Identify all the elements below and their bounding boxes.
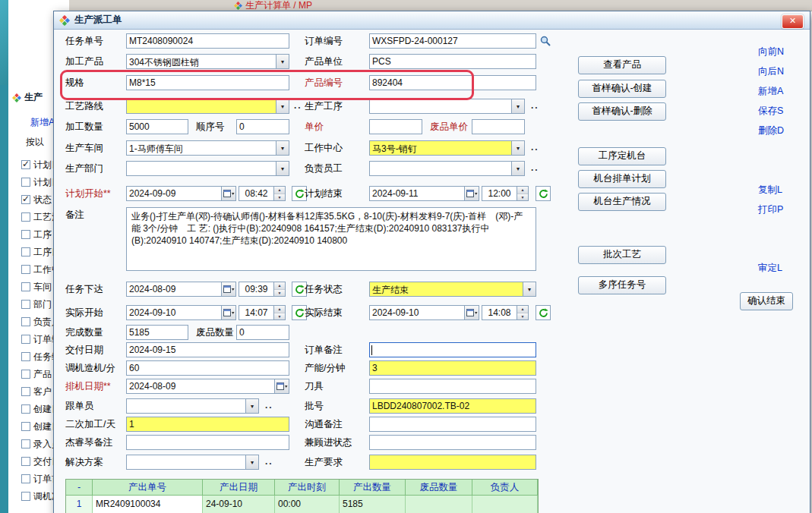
checkbox-checked[interactable] — [21, 160, 30, 169]
delivery-date-input[interactable]: 2024-09-15 — [126, 342, 289, 357]
done-qty-input[interactable]: 5185 — [126, 325, 188, 340]
unit-input[interactable]: PCS — [369, 54, 536, 69]
refresh-icon[interactable] — [536, 186, 551, 201]
setup-min-input[interactable]: 60 — [126, 360, 289, 376]
scrap-qty-input[interactable]: 0 — [236, 325, 289, 340]
staff-combo[interactable]: ▾ — [369, 161, 525, 176]
browse-dots-button[interactable]: .. — [294, 99, 302, 114]
confirm-end-button[interactable]: 确认结束 — [740, 292, 793, 310]
time-spinner[interactable]: ▲▼ — [273, 306, 285, 319]
solution-combo[interactable]: ▾ — [126, 455, 259, 470]
prod-req-input[interactable] — [369, 455, 536, 470]
follower-combo[interactable]: ▾ — [126, 398, 259, 414]
checkbox[interactable] — [21, 300, 30, 309]
sidebar-add-link[interactable]: 新增A — [30, 116, 55, 129]
sched-date-picker[interactable]: 2024-08-09 — [126, 379, 289, 394]
qty-input[interactable]: 5000 — [126, 119, 188, 134]
print-link[interactable]: 打印P — [758, 203, 783, 216]
actual-start-date[interactable]: 2024-09-10 — [126, 305, 236, 320]
time-spinner[interactable]: ▲▼ — [517, 187, 528, 200]
checkbox[interactable] — [21, 439, 30, 448]
checkbox[interactable] — [21, 178, 30, 187]
sample-delete-button[interactable]: 首样确认-删除 — [578, 102, 666, 121]
time-spinner[interactable]: ▲▼ — [273, 282, 285, 296]
nav-next-link[interactable]: 向后N — [758, 65, 784, 78]
background-tab[interactable]: 生产计算单 / MP — [234, 0, 312, 11]
checkbox[interactable] — [21, 335, 30, 344]
seq-input[interactable]: 0 — [236, 119, 289, 134]
plan-end-time[interactable]: 12:00▲▼ — [482, 186, 529, 201]
refresh-icon[interactable] — [536, 305, 551, 320]
approve-link[interactable]: 审定L — [758, 262, 782, 275]
save-link[interactable]: 保存S — [758, 105, 783, 118]
checkbox[interactable] — [21, 387, 30, 396]
browse-dots-button[interactable]: .. — [531, 161, 539, 176]
station-assign-button[interactable]: 工序定机台 — [578, 147, 666, 165]
browse-dots-button[interactable]: .. — [265, 455, 273, 470]
product-code-input[interactable]: 892404 — [369, 75, 536, 90]
filter-item[interactable]: 客户 — [21, 386, 52, 398]
dialog-titlebar[interactable]: 生产派工单 ✕ — [54, 11, 810, 30]
machine-plan-button[interactable]: 机台排单计划 — [578, 170, 666, 188]
price-input[interactable] — [369, 119, 422, 134]
batch-craft-button[interactable]: 批次工艺 — [578, 246, 666, 264]
product-combo[interactable]: 304不锈钢圆柱销▾ — [126, 54, 289, 69]
checkbox[interactable] — [21, 247, 30, 256]
checkbox[interactable] — [21, 422, 30, 431]
order-no-input[interactable]: WXSFPD-24-000127 — [369, 33, 536, 49]
actual-end-time[interactable]: 14:08▲▼ — [482, 305, 529, 320]
checkbox[interactable] — [21, 212, 30, 222]
close-button[interactable]: ✕ — [782, 14, 804, 29]
plan-start-time[interactable]: 08:42▲▼ — [239, 186, 286, 201]
second-proc-input[interactable]: 1 — [126, 417, 289, 432]
search-icon[interactable] — [539, 35, 551, 49]
checkbox[interactable] — [21, 492, 30, 501]
filter-item[interactable]: 车间 — [21, 281, 52, 293]
batch-input[interactable]: LBDD240807002.TB-02 — [369, 398, 536, 414]
time-spinner[interactable]: ▲▼ — [273, 187, 285, 200]
filter-item[interactable]: 部门 — [21, 298, 52, 310]
work-center-combo[interactable]: 马3号-销钉▾ — [369, 140, 525, 156]
capacity-input[interactable]: 3 — [369, 360, 536, 376]
time-spinner[interactable]: ▲▼ — [517, 306, 528, 319]
comm-remark-input[interactable] — [369, 417, 536, 432]
order-remark-input[interactable] — [369, 342, 536, 357]
process-combo[interactable]: ▾ — [369, 99, 525, 114]
checkbox[interactable] — [21, 474, 30, 483]
copy-link[interactable]: 复制L — [758, 184, 782, 197]
jrq-remark-input[interactable] — [126, 435, 289, 450]
route-combo[interactable]: ▾ — [126, 99, 289, 114]
checkbox[interactable] — [21, 317, 30, 326]
filter-item[interactable]: 工序 — [21, 228, 52, 241]
machine-status-button[interactable]: 机台生产情况 — [578, 193, 666, 211]
task-no-input[interactable]: MT2408090024 — [126, 33, 289, 49]
multi-task-button[interactable]: 多序任务号 — [578, 276, 666, 294]
checkbox[interactable] — [21, 457, 30, 466]
actual-start-time[interactable]: 14:07▲▼ — [239, 305, 286, 320]
checkbox[interactable] — [21, 370, 30, 379]
task-status-combo[interactable]: 生产结束▾ — [369, 282, 536, 297]
view-product-button[interactable]: 查看产品 — [578, 56, 666, 74]
tool-input[interactable] — [369, 379, 536, 394]
plan-start-date[interactable]: 2024-09-09 — [126, 186, 236, 201]
spec-input[interactable]: M8*15 — [126, 75, 289, 90]
scrap-price-input[interactable] — [472, 119, 525, 134]
table-row[interactable]: 1 MR2409100034 24-09-10 00:00 5185 — [66, 496, 538, 513]
remark-textarea[interactable]: 业务()-打生产单(邓)-待确认师傅()-材料备料12库35.5KG，8-10(… — [126, 207, 536, 271]
checkbox[interactable] — [21, 230, 30, 239]
sample-create-button[interactable]: 首样确认-创建 — [578, 80, 666, 98]
checkbox-checked[interactable] — [21, 195, 30, 204]
checkbox[interactable] — [21, 282, 30, 291]
follow-status-input[interactable] — [369, 435, 536, 450]
actual-end-date[interactable]: 2024-09-10 — [369, 305, 479, 320]
checkbox[interactable] — [21, 352, 30, 361]
task-issue-date[interactable]: 2024-08-09 — [126, 282, 236, 297]
nav-prev-link[interactable]: 向前N — [758, 46, 784, 58]
workshop-combo[interactable]: 1-马师傅车间▾ — [126, 140, 289, 156]
checkbox[interactable] — [21, 404, 30, 414]
filter-item[interactable]: 状态 — [21, 194, 52, 206]
browse-dots-button[interactable]: .. — [531, 140, 539, 156]
add-link[interactable]: 新增A — [758, 85, 783, 98]
task-issue-time[interactable]: 09:39▲▼ — [239, 282, 286, 297]
plan-end-date[interactable]: 2024-09-11 — [369, 186, 479, 201]
